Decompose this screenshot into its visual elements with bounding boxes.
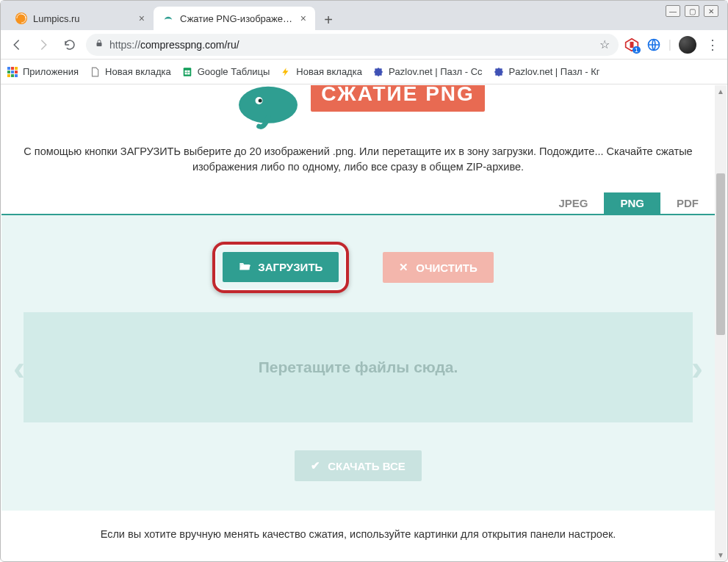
scrollbar-up-icon[interactable]: ▲ xyxy=(715,85,727,97)
back-button[interactable] xyxy=(7,35,27,55)
format-tab-jpeg[interactable]: JPEG xyxy=(542,192,604,214)
bookmark-label: Google Таблицы xyxy=(198,66,270,77)
bookmark-pazlov-1[interactable]: Pazlov.net | Пазл - Сс xyxy=(372,66,483,78)
browser-toolbar: https://compresspng.com/ru/ ☆ 1 | ⋮ xyxy=(1,30,727,60)
svg-rect-10 xyxy=(15,71,18,73)
dropzone[interactable]: ‹ Перетащите файлы сюда. › xyxy=(24,312,693,422)
download-all-label: СКАЧАТЬ ВСЕ xyxy=(328,460,406,472)
tab-close-icon[interactable]: × xyxy=(300,12,306,24)
bookmark-label: Новая вкладка xyxy=(296,66,362,77)
bookmark-new-tab-2[interactable]: Новая вкладка xyxy=(280,66,362,78)
bookmark-new-tab-1[interactable]: Новая вкладка xyxy=(89,66,171,78)
puzzle-icon xyxy=(372,66,384,78)
bolt-icon xyxy=(280,66,292,78)
check-icon: ✔ xyxy=(311,459,320,472)
bookmark-label: Приложения xyxy=(23,66,79,77)
browser-window: — ▢ ✕ Lumpics.ru × Сжатие PNG-изображени… xyxy=(0,0,728,562)
hint-text: Если вы хотите вручную менять качество с… xyxy=(1,511,715,547)
extension-icons: 1 | ⋮ xyxy=(624,36,721,54)
url-text: https://compresspng.com/ru/ xyxy=(109,39,239,51)
forward-button[interactable] xyxy=(33,35,54,55)
scrollbar-thumb[interactable] xyxy=(716,173,725,335)
bookmark-star-icon[interactable]: ☆ xyxy=(599,37,610,51)
favicon-icon xyxy=(162,12,174,24)
upload-area: ЗАГРУЗИТЬ ✕ ОЧИСТИТЬ ‹ Перетащите файлы … xyxy=(1,215,715,511)
format-tabs: JPEG PNG PDF xyxy=(1,192,715,215)
browser-menu-button[interactable]: ⋮ xyxy=(704,36,721,54)
close-window-button[interactable]: ✕ xyxy=(704,5,718,17)
vertical-scrollbar[interactable]: ▲ ▼ xyxy=(715,85,727,561)
svg-rect-9 xyxy=(11,71,14,73)
maximize-button[interactable]: ▢ xyxy=(685,5,699,17)
svg-rect-1 xyxy=(97,43,102,46)
clear-button-label: ОЧИСТИТЬ xyxy=(416,262,477,274)
site-logo: СЖАТИЕ PNG xyxy=(1,85,715,129)
logo-mark-icon xyxy=(231,85,298,129)
tab-title: Сжатие PNG-изображений онл xyxy=(180,13,295,24)
dropzone-text: Перетащите файлы сюда. xyxy=(259,359,458,376)
svg-rect-11 xyxy=(7,74,10,77)
favicon-icon xyxy=(15,12,27,24)
svg-rect-6 xyxy=(11,67,14,70)
tab-close-icon[interactable]: × xyxy=(139,12,145,24)
tab-strip: Lumpics.ru × Сжатие PNG-изображений онл … xyxy=(1,1,727,30)
lock-icon xyxy=(95,39,104,50)
svg-rect-5 xyxy=(7,67,10,70)
svg-rect-12 xyxy=(11,74,14,77)
reload-button[interactable] xyxy=(60,35,80,55)
svg-rect-8 xyxy=(7,71,10,73)
intro-text: С помощью кнопки ЗАГРУЗИТЬ выберите до 2… xyxy=(1,129,715,192)
scrollbar-down-icon[interactable]: ▼ xyxy=(715,549,727,561)
bookmark-label: Pazlov.net | Пазл - Сс xyxy=(389,66,483,77)
format-tab-pdf[interactable]: PDF xyxy=(660,192,715,214)
svg-rect-13 xyxy=(15,74,18,77)
close-icon: ✕ xyxy=(399,261,408,274)
carousel-prev-icon[interactable]: ‹ xyxy=(13,347,25,388)
tab-compresspng[interactable]: Сжатие PNG-изображений онл × xyxy=(154,7,315,30)
format-tab-png[interactable]: PNG xyxy=(604,192,660,214)
svg-rect-7 xyxy=(15,67,18,70)
new-tab-button[interactable]: + xyxy=(318,10,339,30)
bookmark-label: Новая вкладка xyxy=(105,66,171,77)
puzzle-icon xyxy=(493,66,505,78)
apps-icon xyxy=(7,66,18,78)
page-viewport: ▲ ▼ СЖАТИЕ PNG С помощью кнопки ЗАГРУЗИТ… xyxy=(1,85,727,561)
address-bar[interactable]: https://compresspng.com/ru/ ☆ xyxy=(86,34,619,56)
upload-button[interactable]: ЗАГРУЗИТЬ xyxy=(223,252,339,282)
bookmarks-bar: Приложения Новая вкладка Google Таблицы … xyxy=(1,60,727,84)
upload-button-label: ЗАГРУЗИТЬ xyxy=(258,261,322,273)
bookmark-google-sheets[interactable]: Google Таблицы xyxy=(181,66,270,78)
window-controls: — ▢ ✕ xyxy=(666,5,718,17)
globe-extension-icon[interactable] xyxy=(646,37,661,52)
document-icon xyxy=(89,66,101,78)
tab-lumpics[interactable]: Lumpics.ru × xyxy=(7,7,154,30)
sheets-icon xyxy=(181,66,193,78)
logo-text: СЖАТИЕ PNG xyxy=(311,85,485,112)
page-content: СЖАТИЕ PNG С помощью кнопки ЗАГРУЗИТЬ вы… xyxy=(1,85,715,561)
adblock-extension-icon[interactable]: 1 xyxy=(624,37,639,52)
carousel-next-icon[interactable]: › xyxy=(691,347,703,388)
profile-avatar[interactable] xyxy=(679,36,696,54)
minimize-button[interactable]: — xyxy=(666,5,680,17)
bookmark-pazlov-2[interactable]: Pazlov.net | Пазл - Кг xyxy=(493,66,600,78)
clear-button[interactable]: ✕ ОЧИСТИТЬ xyxy=(383,252,493,283)
folder-open-icon xyxy=(239,261,251,273)
download-all-button[interactable]: ✔ СКАЧАТЬ ВСЕ xyxy=(295,450,422,481)
extension-badge: 1 xyxy=(633,46,641,54)
button-row: ЗАГРУЗИТЬ ✕ ОЧИСТИТЬ xyxy=(24,252,693,283)
download-row: ✔ СКАЧАТЬ ВСЕ xyxy=(24,422,693,481)
tab-title: Lumpics.ru xyxy=(33,13,133,24)
bookmark-apps[interactable]: Приложения xyxy=(7,66,79,78)
bookmark-label: Pazlov.net | Пазл - Кг xyxy=(509,66,600,77)
svg-point-20 xyxy=(259,99,262,103)
